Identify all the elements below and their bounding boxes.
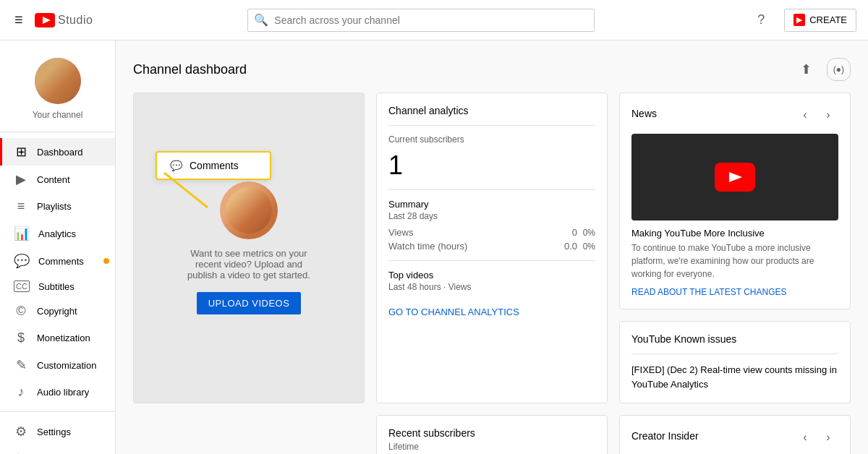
- sidebar-item-label: Copyright: [37, 306, 77, 317]
- creator-insider-card: Creator Insider ‹ › YOURYOUTUBEUPDATES!: [619, 415, 851, 454]
- create-label: CREATE: [809, 14, 847, 25]
- yt-logo[interactable]: Studio: [35, 13, 93, 27]
- news-title: News: [631, 108, 657, 119]
- dashboard-icon: ⊞: [14, 144, 28, 160]
- creator-card-header: Creator Insider ‹ ›: [631, 427, 838, 447]
- play-button: [715, 163, 755, 192]
- studio-label: Studio: [58, 14, 93, 27]
- news-read-more-link[interactable]: READ ABOUT THE LATEST CHANGES: [631, 287, 787, 297]
- page-header: Channel dashboard ⬆ (●): [133, 58, 851, 81]
- topbar: ☰ Studio 🔍 ? ▶ CREATE: [0, 0, 868, 40]
- channel-thumbnail: [220, 181, 278, 239]
- sidebar-item-content[interactable]: ▶ Content: [0, 166, 115, 193]
- subscribers-value: 1: [388, 150, 595, 181]
- help-icon: ?: [757, 12, 765, 27]
- main-content: Channel dashboard ⬆ (●) 💬 Comments Want …: [116, 40, 868, 454]
- avatar[interactable]: [35, 58, 81, 104]
- sidebar-item-audio[interactable]: ♪ Audio library: [0, 379, 115, 406]
- dashboard-grid: 💬 Comments Want to see metrics on your r…: [133, 93, 851, 403]
- upload-videos-button[interactable]: UPLOAD VIDEOS: [197, 292, 302, 314]
- sidebar-item-feedback[interactable]: ⚑ Send feedback: [0, 445, 115, 454]
- summary-label: Summary: [388, 199, 595, 210]
- go-to-analytics-link[interactable]: GO TO CHANNEL ANALYTICS: [388, 307, 519, 317]
- news-thumbnail: [631, 134, 838, 220]
- header-actions: ⬆ (●): [795, 58, 851, 81]
- news-article-body: To continue to make YouTube a more inclu…: [631, 241, 838, 280]
- copyright-icon: ©: [14, 304, 28, 319]
- play-icon: [726, 171, 744, 184]
- subscribers-card-title: Recent subscribers: [388, 427, 595, 439]
- comments-tooltip-label: Comments: [190, 160, 239, 171]
- news-prev-button[interactable]: ‹: [795, 105, 815, 125]
- tooltip-arrow: [164, 173, 222, 209]
- creator-navigation: ‹ ›: [795, 427, 838, 447]
- sidebar-item-playlists[interactable]: ≡ Playlists: [0, 193, 115, 220]
- sidebar-item-settings[interactable]: ⚙ Settings: [0, 418, 115, 445]
- settings-icon: ⚙: [14, 424, 28, 440]
- analytics-title: Channel analytics: [388, 105, 595, 116]
- analytics-card: Channel analytics Current subscribers 1 …: [376, 93, 608, 403]
- sidebar-item-label: Audio library: [37, 387, 89, 398]
- subscribers-card: Recent subscribers Lifetime C Cal Spas 1…: [376, 415, 608, 454]
- page-title: Channel dashboard: [133, 62, 247, 77]
- known-issues-card: YouTube Known issues [FIXED] (Dec 2) Rea…: [619, 321, 851, 403]
- sidebar-item-label: Playlists: [37, 201, 72, 212]
- news-header: News ‹ ›: [631, 105, 838, 125]
- topbar-left: ☰ Studio: [12, 12, 93, 28]
- search-icon: 🔍: [254, 13, 268, 27]
- watch-label: Watch time (hours): [388, 241, 467, 252]
- help-button[interactable]: ?: [749, 9, 773, 32]
- nav-divider: [0, 411, 115, 412]
- sidebar-item-label: Content: [37, 174, 70, 185]
- avatar-preview: [226, 187, 272, 234]
- go-live-button[interactable]: (●): [827, 58, 851, 81]
- issues-title: YouTube Known issues: [631, 333, 838, 345]
- search-input-wrap[interactable]: 🔍: [247, 9, 595, 32]
- upload-button[interactable]: ⬆: [795, 58, 818, 81]
- creator-next-button[interactable]: ›: [818, 427, 838, 447]
- watch-value: 0.0 0%: [564, 241, 595, 252]
- second-row: Recent subscribers Lifetime C Cal Spas 1…: [133, 415, 851, 454]
- feedback-icon: ⚑: [14, 451, 28, 454]
- sidebar-item-analytics[interactable]: 📊 Analytics: [0, 220, 115, 247]
- sidebar-item-label: Settings: [37, 427, 71, 437]
- sidebar-item-monetization[interactable]: $ Monetization: [0, 325, 115, 351]
- sidebar: Your channel ⊞ Dashboard ▶ Content ≡ Pla…: [0, 40, 116, 454]
- sidebar-item-label: Dashboard: [37, 147, 83, 158]
- youtube-icon: [35, 13, 55, 27]
- comments-tooltip: 💬 Comments: [156, 151, 271, 180]
- subscribers-label: Current subscribers: [388, 134, 595, 145]
- sidebar-item-comments[interactable]: 💬 Comments: [0, 247, 115, 275]
- customization-icon: ✎: [14, 357, 28, 373]
- issue-text: [FIXED] (Dec 2) Real-time view counts mi…: [631, 363, 838, 391]
- sidebar-item-copyright[interactable]: © Copyright: [0, 298, 115, 325]
- comments-icon: 💬: [14, 253, 30, 269]
- sidebar-item-label: Subtitles: [38, 281, 75, 292]
- news-next-button[interactable]: ›: [818, 105, 838, 125]
- hamburger-menu[interactable]: ☰: [12, 12, 26, 28]
- analytics-icon: 📊: [14, 226, 30, 241]
- creator-card-title: Creator Insider: [631, 430, 699, 442]
- svg-line-2: [164, 173, 208, 207]
- divider: [388, 189, 595, 190]
- upload-prompt: Want to see metrics on your recent video…: [184, 248, 314, 280]
- sidebar-item-label: Comments: [38, 256, 84, 267]
- creator-prev-button[interactable]: ‹: [795, 427, 815, 447]
- subtitles-icon: CC: [14, 280, 30, 292]
- watch-row: Watch time (hours) 0.0 0%: [388, 241, 595, 252]
- playlists-icon: ≡: [14, 199, 28, 214]
- divider: [388, 260, 595, 261]
- create-button[interactable]: ▶ CREATE: [784, 9, 856, 32]
- views-row: Views 0 0%: [388, 227, 595, 238]
- search-input[interactable]: [274, 14, 588, 26]
- subscribers-period: Lifetime: [388, 442, 595, 452]
- news-article-title: Making YouTube More Inclusive: [631, 228, 838, 239]
- sidebar-item-dashboard[interactable]: ⊞ Dashboard: [0, 138, 115, 166]
- sidebar-item-subtitles[interactable]: CC Subtitles: [0, 275, 115, 298]
- sidebar-item-customization[interactable]: ✎ Customization: [0, 351, 115, 379]
- news-navigation: ‹ ›: [795, 105, 838, 125]
- views-value: 0 0%: [572, 227, 595, 238]
- divider: [388, 125, 595, 126]
- channel-info: Your channel: [0, 49, 115, 132]
- top-videos-label: Top videos: [388, 270, 595, 280]
